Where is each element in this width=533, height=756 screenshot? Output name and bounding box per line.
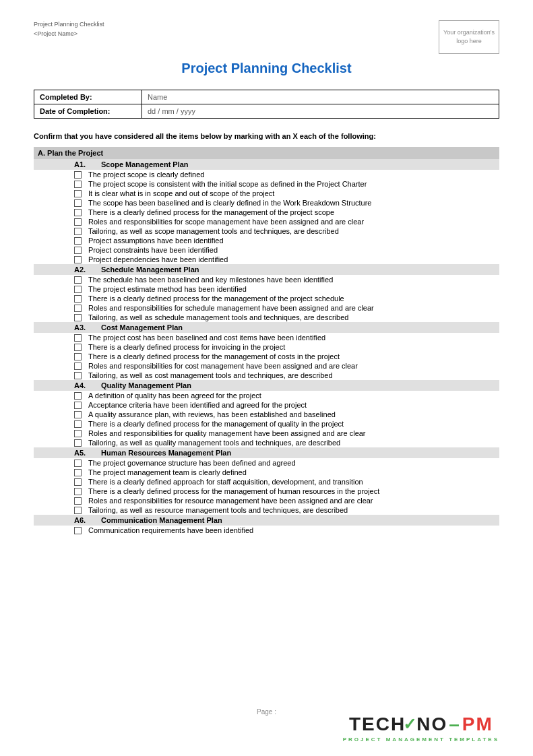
checkbox[interactable] xyxy=(74,171,82,179)
item-text: There is a clearly defined process for t… xyxy=(88,208,499,216)
checkbox[interactable] xyxy=(74,469,82,476)
subsection-header-A1.: A1.Scope Management Plan xyxy=(34,159,499,170)
checkbox[interactable] xyxy=(74,190,82,197)
checkbox[interactable] xyxy=(74,439,82,447)
subsection-title: Human Resources Management Plan xyxy=(101,449,231,457)
checkbox[interactable] xyxy=(74,460,82,467)
brand-no: NO xyxy=(416,714,447,735)
subsection-title: Quality Management Plan xyxy=(101,381,191,389)
item-text: There is a clearly defined process for t… xyxy=(88,294,499,303)
item-text: Roles and responsibilities for quality m… xyxy=(88,429,499,437)
top-left-info: Project Planning Checklist <Project Name… xyxy=(34,20,104,38)
item-text: The scope has been baselined and is clea… xyxy=(88,199,499,207)
checkbox[interactable] xyxy=(74,430,82,437)
item-text: Tailoring, as well as resource managemen… xyxy=(88,506,499,514)
checkbox[interactable] xyxy=(74,237,82,245)
checklist-item: The project cost has been baselined and … xyxy=(34,333,499,342)
item-text: Project constraints have been identified xyxy=(88,246,499,254)
date-value: dd / mm / yyyy xyxy=(142,104,499,119)
checkbox[interactable] xyxy=(74,363,82,370)
item-text: Tailoring, as well as scope management t… xyxy=(88,227,499,235)
page: Project Planning Checklist <Project Name… xyxy=(0,0,533,756)
item-text: There is a clearly defined approach for … xyxy=(88,478,499,486)
item-text: There is a clearly defined process for t… xyxy=(88,420,499,428)
checklist-item: Roles and responsibilities for cost mana… xyxy=(34,361,499,371)
section-header-A: A. Plan the Project xyxy=(34,147,499,159)
checklist-item: Project constraints have been identified xyxy=(34,245,499,255)
subsection-header-A4.: A4.Quality Management Plan xyxy=(34,380,499,391)
item-text: Roles and responsibilities for resource … xyxy=(88,497,499,505)
date-label: Date of Completion: xyxy=(34,104,142,119)
checklist-item: Roles and responsibilities for scope man… xyxy=(34,217,499,226)
checklist-item: There is a clearly defined approach for … xyxy=(34,477,499,486)
checkbox[interactable] xyxy=(74,295,82,303)
brand-dash: – xyxy=(449,714,461,735)
completed-by-label: Completed By: xyxy=(34,90,142,104)
checklist-item: A quality assurance plan, with reviews, … xyxy=(34,410,499,419)
checkbox[interactable] xyxy=(74,353,82,360)
checkbox[interactable] xyxy=(74,411,82,418)
checkbox[interactable] xyxy=(74,247,82,254)
checkbox[interactable] xyxy=(74,402,82,409)
item-text: A definition of quality has been agreed … xyxy=(88,391,499,400)
subsection-title: Cost Management Plan xyxy=(101,323,183,332)
checklist-item: The scope has been baselined and is clea… xyxy=(34,198,499,208)
item-text: The project management team is clearly d… xyxy=(88,468,499,476)
doc-title-small: Project Planning Checklist xyxy=(34,20,104,30)
checkbox[interactable] xyxy=(74,334,82,342)
checklist-item: Acceptance criteria have been identified… xyxy=(34,400,499,410)
completed-by-value: Name xyxy=(142,90,499,104)
info-table: Completed By: Name Date of Completion: d… xyxy=(34,90,499,119)
checkbox[interactable] xyxy=(74,199,82,207)
checkbox[interactable] xyxy=(74,276,82,284)
checkbox[interactable] xyxy=(74,497,82,505)
brand-check-icon: ✓ xyxy=(403,715,418,734)
item-text: There is a clearly defined process for i… xyxy=(88,343,499,351)
checkbox[interactable] xyxy=(74,507,82,514)
item-text: The project estimate method has been ide… xyxy=(88,285,499,293)
project-name-small: <Project Name> xyxy=(34,30,104,39)
checkbox[interactable] xyxy=(74,372,82,379)
checklist-item: Tailoring, as well as resource managemen… xyxy=(34,505,499,515)
checkbox[interactable] xyxy=(74,218,82,226)
checkbox[interactable] xyxy=(74,488,82,495)
subsection-code: A6. xyxy=(74,516,101,524)
brand-subtitle: PROJECT MANAGEMENT TEMPLATES xyxy=(343,736,499,743)
checklist-item: It is clear what is in scope and out of … xyxy=(34,189,499,198)
checklist-item: Tailoring, as well as cost management to… xyxy=(34,371,499,380)
subsection-code: A1. xyxy=(74,160,101,168)
checklist-content: A. Plan the ProjectA1.Scope Management P… xyxy=(34,147,499,535)
checkbox[interactable] xyxy=(74,527,82,534)
main-title: Project Planning Checklist xyxy=(34,61,499,76)
item-text: The schedule has been baselined and key … xyxy=(88,276,499,284)
checkbox[interactable] xyxy=(74,286,82,293)
checkbox[interactable] xyxy=(74,181,82,188)
checklist-item: There is a clearly defined process for t… xyxy=(34,294,499,303)
checkbox[interactable] xyxy=(74,256,82,263)
checklist-item: Tailoring, as well as schedule managemen… xyxy=(34,313,499,322)
checklist-item: The schedule has been baselined and key … xyxy=(34,275,499,284)
checkbox[interactable] xyxy=(74,209,82,216)
logo-box: Your organization's logo here xyxy=(439,20,499,54)
checkbox[interactable] xyxy=(74,392,82,400)
logo-placeholder-text: Your organization's logo here xyxy=(439,28,499,45)
brand-pm: PM xyxy=(462,714,493,735)
checkbox[interactable] xyxy=(74,305,82,312)
item-text: Tailoring, as well as schedule managemen… xyxy=(88,313,499,321)
checklist-item: Tailoring, as well as quality management… xyxy=(34,438,499,447)
checklist-item: Roles and responsibilities for resource … xyxy=(34,496,499,505)
checkbox[interactable] xyxy=(74,344,82,351)
checkbox[interactable] xyxy=(74,478,82,486)
checklist-item: Communication requirements have been ide… xyxy=(34,526,499,535)
checkbox[interactable] xyxy=(74,420,82,428)
item-text: Roles and responsibilities for scope man… xyxy=(88,218,499,226)
subsection-header-A2.: A2.Schedule Management Plan xyxy=(34,264,499,275)
instruction-text: Confirm that you have considered all the… xyxy=(34,132,499,140)
checkbox[interactable] xyxy=(74,228,82,235)
checkbox[interactable] xyxy=(74,314,82,321)
item-text: It is clear what is in scope and out of … xyxy=(88,189,499,197)
subsection-header-A5.: A5.Human Resources Management Plan xyxy=(34,447,499,458)
date-row: Date of Completion: dd / mm / yyyy xyxy=(34,104,499,119)
item-text: Roles and responsibilities for cost mana… xyxy=(88,362,499,370)
checklist-item: There is a clearly defined process for t… xyxy=(34,419,499,429)
